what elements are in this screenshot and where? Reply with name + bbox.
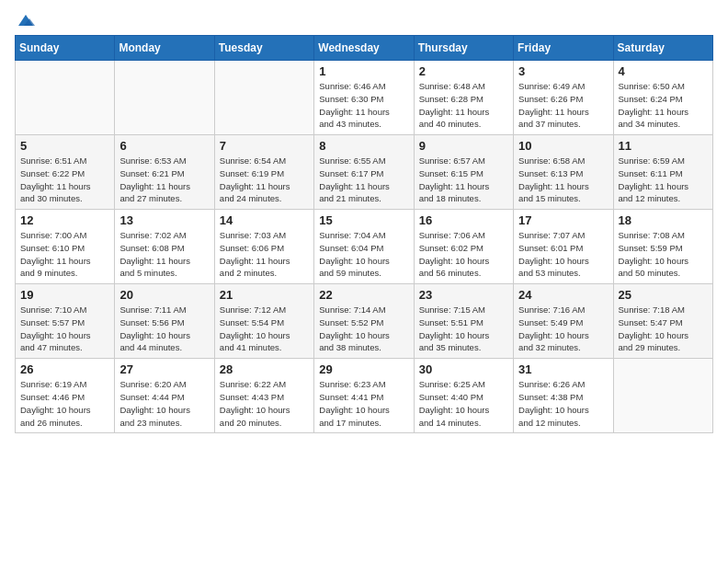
day-info: Sunrise: 7:18 AM Sunset: 5:47 PM Dayligh… [619, 304, 708, 354]
page-header [15, 15, 713, 24]
logo [15, 15, 35, 24]
day-number: 23 [419, 288, 508, 302]
weekday-header: Friday [514, 36, 613, 61]
day-number: 11 [619, 139, 708, 153]
day-info: Sunrise: 6:58 AM Sunset: 6:13 PM Dayligh… [518, 155, 608, 205]
day-info: Sunrise: 7:02 AM Sunset: 6:08 PM Dayligh… [119, 229, 209, 280]
calendar-day-cell: 20Sunrise: 7:11 AM Sunset: 5:56 PM Dayli… [115, 284, 214, 359]
calendar-day-cell: 10Sunrise: 6:58 AM Sunset: 6:13 PM Dayli… [514, 135, 613, 210]
day-info: Sunrise: 6:19 AM Sunset: 4:46 PM Dayligh… [20, 378, 109, 429]
day-info: Sunrise: 6:59 AM Sunset: 6:11 PM Dayligh… [619, 155, 708, 205]
calendar-day-cell: 21Sunrise: 7:12 AM Sunset: 5:54 PM Dayli… [214, 284, 313, 359]
day-number: 12 [20, 213, 109, 227]
calendar-day-cell: 12Sunrise: 7:00 AM Sunset: 6:10 PM Dayli… [16, 210, 115, 284]
calendar-day-cell: 29Sunrise: 6:23 AM Sunset: 4:41 PM Dayli… [314, 359, 414, 433]
day-number: 21 [220, 288, 309, 302]
day-number: 24 [518, 288, 608, 302]
calendar-day-cell: 7Sunrise: 6:54 AM Sunset: 6:19 PM Daylig… [214, 135, 313, 210]
day-info: Sunrise: 7:08 AM Sunset: 5:59 PM Dayligh… [619, 229, 708, 280]
day-number: 3 [518, 64, 608, 78]
calendar-day-cell: 26Sunrise: 6:19 AM Sunset: 4:46 PM Dayli… [16, 359, 115, 433]
day-number: 25 [619, 288, 708, 302]
calendar-day-cell: 22Sunrise: 7:14 AM Sunset: 5:52 PM Dayli… [314, 284, 414, 359]
day-info: Sunrise: 7:04 AM Sunset: 6:04 PM Dayligh… [319, 229, 408, 280]
day-info: Sunrise: 6:23 AM Sunset: 4:41 PM Dayligh… [319, 378, 408, 429]
day-info: Sunrise: 7:00 AM Sunset: 6:10 PM Dayligh… [20, 229, 109, 280]
day-number: 19 [20, 288, 109, 302]
calendar-day-cell: 14Sunrise: 7:03 AM Sunset: 6:06 PM Dayli… [214, 210, 313, 284]
day-info: Sunrise: 6:48 AM Sunset: 6:28 PM Dayligh… [419, 80, 508, 131]
calendar-day-cell: 6Sunrise: 6:53 AM Sunset: 6:21 PM Daylig… [115, 135, 214, 210]
day-number: 20 [119, 288, 209, 302]
day-number: 31 [518, 362, 608, 376]
day-info: Sunrise: 7:11 AM Sunset: 5:56 PM Dayligh… [119, 304, 209, 354]
weekday-header: Saturday [613, 36, 712, 61]
day-number: 30 [419, 362, 508, 376]
day-number: 17 [518, 213, 608, 227]
day-info: Sunrise: 7:14 AM Sunset: 5:52 PM Dayligh… [319, 304, 408, 354]
calendar-day-cell: 1Sunrise: 6:46 AM Sunset: 6:30 PM Daylig… [314, 61, 414, 135]
calendar-day-cell: 27Sunrise: 6:20 AM Sunset: 4:44 PM Dayli… [115, 359, 214, 433]
day-info: Sunrise: 6:46 AM Sunset: 6:30 PM Dayligh… [319, 80, 408, 131]
calendar-day-cell: 13Sunrise: 7:02 AM Sunset: 6:08 PM Dayli… [115, 210, 214, 284]
day-number: 1 [319, 64, 408, 78]
weekday-header: Thursday [414, 36, 513, 61]
day-number: 8 [319, 139, 408, 153]
weekday-header: Tuesday [214, 36, 313, 61]
day-info: Sunrise: 7:06 AM Sunset: 6:02 PM Dayligh… [419, 229, 508, 280]
calendar-day-cell: 24Sunrise: 7:16 AM Sunset: 5:49 PM Dayli… [514, 284, 613, 359]
day-number: 15 [319, 213, 408, 227]
day-number: 9 [419, 139, 508, 153]
day-info: Sunrise: 7:12 AM Sunset: 5:54 PM Dayligh… [220, 304, 309, 354]
calendar-day-cell [115, 61, 214, 135]
day-number: 26 [20, 362, 109, 376]
calendar-day-cell: 16Sunrise: 7:06 AM Sunset: 6:02 PM Dayli… [414, 210, 513, 284]
day-number: 2 [419, 64, 508, 78]
calendar-week-row: 12Sunrise: 7:00 AM Sunset: 6:10 PM Dayli… [16, 210, 713, 284]
weekday-header: Wednesday [314, 36, 414, 61]
day-number: 27 [119, 362, 209, 376]
day-number: 16 [419, 213, 508, 227]
calendar-day-cell: 17Sunrise: 7:07 AM Sunset: 6:01 PM Dayli… [514, 210, 613, 284]
calendar-day-cell: 15Sunrise: 7:04 AM Sunset: 6:04 PM Dayli… [314, 210, 414, 284]
day-number: 18 [619, 213, 708, 227]
calendar-week-row: 19Sunrise: 7:10 AM Sunset: 5:57 PM Dayli… [16, 284, 713, 359]
calendar-day-cell: 30Sunrise: 6:25 AM Sunset: 4:40 PM Dayli… [414, 359, 513, 433]
day-number: 5 [20, 139, 109, 153]
calendar-week-row: 1Sunrise: 6:46 AM Sunset: 6:30 PM Daylig… [16, 61, 713, 135]
weekday-header: Sunday [16, 36, 115, 61]
calendar-day-cell: 8Sunrise: 6:55 AM Sunset: 6:17 PM Daylig… [314, 135, 414, 210]
day-number: 14 [220, 213, 309, 227]
calendar-day-cell: 31Sunrise: 6:26 AM Sunset: 4:38 PM Dayli… [514, 359, 613, 433]
calendar-day-cell: 4Sunrise: 6:50 AM Sunset: 6:24 PM Daylig… [613, 61, 712, 135]
calendar-day-cell: 28Sunrise: 6:22 AM Sunset: 4:43 PM Dayli… [214, 359, 313, 433]
day-info: Sunrise: 6:54 AM Sunset: 6:19 PM Dayligh… [220, 155, 309, 205]
day-info: Sunrise: 6:55 AM Sunset: 6:17 PM Dayligh… [319, 155, 408, 205]
day-info: Sunrise: 7:07 AM Sunset: 6:01 PM Dayligh… [518, 229, 608, 280]
day-info: Sunrise: 6:51 AM Sunset: 6:22 PM Dayligh… [20, 155, 109, 205]
day-number: 28 [220, 362, 309, 376]
calendar-day-cell [214, 61, 313, 135]
day-info: Sunrise: 6:20 AM Sunset: 4:44 PM Dayligh… [119, 378, 209, 429]
calendar-day-cell [16, 61, 115, 135]
calendar-day-cell: 19Sunrise: 7:10 AM Sunset: 5:57 PM Dayli… [16, 284, 115, 359]
day-info: Sunrise: 7:15 AM Sunset: 5:51 PM Dayligh… [419, 304, 508, 354]
calendar-day-cell: 5Sunrise: 6:51 AM Sunset: 6:22 PM Daylig… [16, 135, 115, 210]
calendar-day-cell: 9Sunrise: 6:57 AM Sunset: 6:15 PM Daylig… [414, 135, 513, 210]
day-info: Sunrise: 7:03 AM Sunset: 6:06 PM Dayligh… [220, 229, 309, 280]
day-info: Sunrise: 6:25 AM Sunset: 4:40 PM Dayligh… [419, 378, 508, 429]
day-number: 10 [518, 139, 608, 153]
day-number: 29 [319, 362, 408, 376]
day-number: 22 [319, 288, 408, 302]
calendar-week-row: 5Sunrise: 6:51 AM Sunset: 6:22 PM Daylig… [16, 135, 713, 210]
day-info: Sunrise: 6:57 AM Sunset: 6:15 PM Dayligh… [419, 155, 508, 205]
day-info: Sunrise: 6:49 AM Sunset: 6:26 PM Dayligh… [518, 80, 608, 131]
day-info: Sunrise: 7:16 AM Sunset: 5:49 PM Dayligh… [518, 304, 608, 354]
day-number: 6 [119, 139, 209, 153]
day-info: Sunrise: 6:26 AM Sunset: 4:38 PM Dayligh… [518, 378, 608, 429]
day-info: Sunrise: 6:53 AM Sunset: 6:21 PM Dayligh… [119, 155, 209, 205]
day-info: Sunrise: 6:22 AM Sunset: 4:43 PM Dayligh… [220, 378, 309, 429]
calendar-day-cell: 3Sunrise: 6:49 AM Sunset: 6:26 PM Daylig… [514, 61, 613, 135]
calendar-table: SundayMondayTuesdayWednesdayThursdayFrid… [15, 35, 713, 433]
calendar-day-cell: 25Sunrise: 7:18 AM Sunset: 5:47 PM Dayli… [613, 284, 712, 359]
